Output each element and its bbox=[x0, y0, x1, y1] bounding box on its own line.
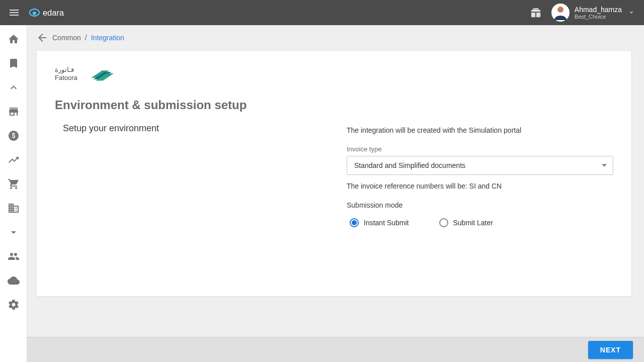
radio-instant-submit[interactable]: Instant Submit bbox=[350, 218, 409, 227]
radio-icon bbox=[350, 218, 359, 227]
invoice-type-select[interactable]: Standard and Simplified documents bbox=[347, 156, 613, 175]
breadcrumb-current[interactable]: Integration bbox=[91, 34, 124, 42]
env-heading: Setup your environment bbox=[63, 123, 316, 134]
sidebar-cloud-icon[interactable] bbox=[8, 275, 20, 287]
radio-instant-label: Instant Submit bbox=[364, 219, 409, 227]
next-button[interactable]: NEXT bbox=[588, 341, 633, 359]
topbar-left: edara bbox=[8, 6, 84, 20]
topbar-right: Ahmad_hamza Best_Choice bbox=[530, 4, 636, 22]
radio-later-label: Submit Later bbox=[453, 219, 493, 227]
left-column: Setup your environment bbox=[55, 123, 316, 227]
sidebar-company-icon[interactable] bbox=[8, 202, 20, 214]
gift-icon[interactable] bbox=[530, 7, 541, 18]
sidebar-cart-icon[interactable] bbox=[8, 178, 20, 190]
sidebar-users-icon[interactable] bbox=[8, 250, 20, 262]
brand-logo[interactable]: edara bbox=[28, 6, 84, 20]
sidebar-settings-icon[interactable] bbox=[8, 299, 20, 311]
sidebar-home-icon[interactable] bbox=[8, 33, 20, 45]
breadcrumb-parent[interactable]: Common bbox=[52, 34, 81, 42]
avatar bbox=[551, 4, 570, 22]
section-title: Environment & submission setup bbox=[55, 98, 613, 112]
svg-point-1 bbox=[33, 12, 36, 15]
back-arrow-icon[interactable] bbox=[36, 32, 48, 44]
main-area: Common / Integration فـاتورة Fatoora Env… bbox=[27, 25, 644, 337]
menu-icon[interactable] bbox=[8, 7, 20, 19]
sidebar-bookmark-icon[interactable] bbox=[8, 57, 20, 69]
dropdown-arrow-icon bbox=[602, 164, 607, 167]
user-name: Ahmad_hamza bbox=[575, 6, 622, 14]
user-company: Best_Choice bbox=[575, 14, 622, 20]
sidebar-collapse-down-icon[interactable] bbox=[8, 226, 20, 238]
submission-mode-label: Submission mode bbox=[347, 201, 613, 209]
user-menu[interactable]: Ahmad_hamza Best_Choice bbox=[551, 4, 636, 22]
submission-mode-radio-group: Instant Submit Submit Later bbox=[347, 218, 613, 227]
breadcrumb-separator: / bbox=[85, 34, 87, 42]
svg-text:Fatoora: Fatoora bbox=[55, 74, 78, 81]
breadcrumb: Common / Integration bbox=[27, 25, 644, 50]
right-column: The integration will be created with the… bbox=[347, 123, 613, 227]
brand-text: edara bbox=[43, 8, 64, 17]
radio-icon bbox=[439, 218, 448, 227]
fatoora-logo: فـاتورة Fatoora bbox=[55, 63, 613, 87]
setup-card: فـاتورة Fatoora Environment & submission… bbox=[36, 50, 632, 297]
svg-text:فـاتورة: فـاتورة bbox=[55, 66, 74, 74]
footer-bar: NEXT bbox=[27, 337, 644, 362]
reference-info-text: The invoice reference numbers will be: S… bbox=[347, 182, 613, 190]
sidebar-trending-icon[interactable] bbox=[8, 154, 20, 166]
content-columns: Setup your environment The integration w… bbox=[55, 123, 613, 227]
sidebar-finance-icon[interactable] bbox=[8, 130, 20, 142]
user-text-block: Ahmad_hamza Best_Choice bbox=[575, 6, 622, 20]
top-bar: edara Ahmad_hamza Best_Choice bbox=[0, 0, 644, 25]
integration-info-text: The integration will be created with the… bbox=[347, 126, 613, 134]
invoice-type-label: Invoice type bbox=[347, 145, 613, 153]
invoice-type-value: Standard and Simplified documents bbox=[354, 161, 465, 169]
radio-submit-later[interactable]: Submit Later bbox=[439, 218, 493, 227]
chevron-down-icon bbox=[627, 8, 636, 17]
sidebar bbox=[0, 25, 27, 362]
sidebar-store-icon[interactable] bbox=[8, 106, 20, 118]
sidebar-collapse-up-icon[interactable] bbox=[8, 81, 20, 94]
